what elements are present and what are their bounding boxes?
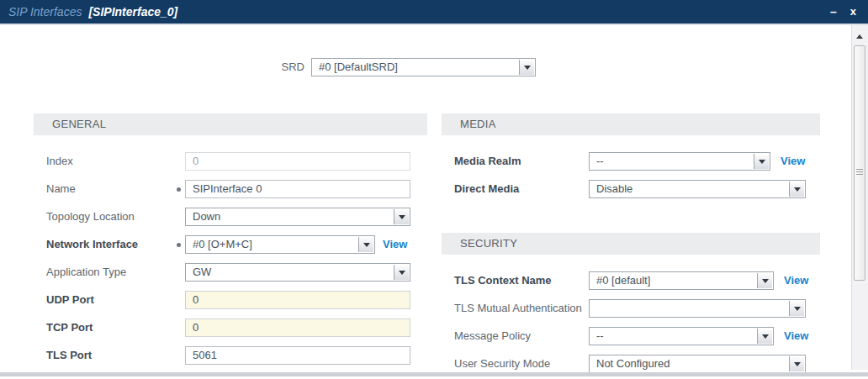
view-link-tls-context[interactable]: View	[784, 271, 808, 290]
srd-label: SRD	[278, 58, 304, 76]
application-type-value: GW	[193, 266, 211, 278]
udp-port-label: UDP Port	[46, 291, 181, 309]
user-security-mode-select[interactable]: Not Configured	[589, 355, 806, 373]
dropdown-arrow-icon[interactable]	[394, 265, 409, 280]
scrollbar-grip-icon	[856, 169, 863, 176]
network-interface-select[interactable]: #0 [O+M+C]	[185, 235, 375, 254]
srd-select[interactable]: #0 [DefaultSRD]	[311, 58, 536, 76]
tls-context-name-label: TLS Context Name	[454, 271, 587, 290]
minimize-button[interactable]: –	[830, 6, 837, 18]
message-policy-select[interactable]: --	[589, 327, 774, 345]
view-link-message-policy[interactable]: View	[784, 327, 808, 345]
media-realm-select[interactable]: --	[589, 152, 770, 171]
vertical-scrollbar[interactable]	[851, 25, 868, 370]
tls-context-name-select[interactable]: #0 [default]	[589, 271, 774, 290]
application-type-label: Application Type	[46, 263, 181, 282]
media-realm-label: Media Realm	[454, 152, 587, 171]
window-controls: – x	[830, 6, 860, 18]
tls-mutual-authentication-select[interactable]	[589, 299, 806, 318]
index-label: Index	[46, 152, 172, 171]
tls-context-name-value: #0 [default]	[596, 274, 650, 287]
dropdown-arrow-icon[interactable]	[789, 356, 804, 371]
close-button[interactable]: x	[850, 6, 856, 18]
dialog-title: SIP Interfaces	[8, 5, 82, 18]
tls-port-label: TLS Port	[46, 346, 181, 365]
index-field: 0	[185, 152, 410, 171]
direct-media-label: Direct Media	[454, 180, 587, 198]
name-field[interactable]: SIPInterface 0	[185, 180, 410, 198]
sip-interface-dialog: SIP Interfaces [SIPInterface_0] – x SRD …	[0, 0, 868, 379]
dropdown-arrow-icon[interactable]	[519, 60, 534, 75]
name-label: Name	[46, 180, 172, 198]
dropdown-arrow-icon[interactable]	[394, 209, 409, 224]
modified-indicator-dot	[177, 187, 181, 192]
tls-mutual-authentication-label: TLS Mutual Authentication	[454, 299, 587, 318]
dropdown-arrow-icon[interactable]	[789, 182, 804, 197]
view-link-media-realm[interactable]: View	[781, 152, 805, 171]
dropdown-arrow-icon[interactable]	[358, 237, 373, 252]
scrollbar-thumb[interactable]	[854, 45, 865, 281]
direct-media-value: Disable	[596, 182, 632, 195]
topology-location-value: Down	[193, 210, 220, 223]
dropdown-arrow-icon[interactable]	[757, 273, 772, 288]
view-link-network-interface[interactable]: View	[383, 235, 407, 254]
dropdown-arrow-icon[interactable]	[757, 329, 772, 344]
dialog-titlebar: SIP Interfaces [SIPInterface_0] – x	[0, 0, 868, 25]
modified-indicator-dot	[177, 243, 181, 247]
section-header-security: SECURITY	[442, 233, 820, 255]
dropdown-arrow-icon[interactable]	[789, 301, 804, 316]
network-interface-label: Network Interface	[46, 235, 181, 254]
section-header-media: MEDIA	[442, 113, 820, 135]
dropdown-arrow-icon[interactable]	[754, 154, 769, 169]
srd-selected-value: #0 [DefaultSRD]	[319, 61, 398, 73]
tcp-port-field[interactable]: 0	[185, 318, 410, 337]
message-policy-label: Message Policy	[454, 327, 587, 345]
message-policy-value: --	[596, 329, 604, 342]
topology-location-select[interactable]: Down	[185, 208, 410, 226]
dialog-subtitle: [SIPInterface_0]	[88, 5, 177, 18]
tcp-port-label: TCP Port	[46, 318, 181, 337]
user-security-mode-value: Not Configured	[596, 357, 670, 370]
media-realm-value: --	[596, 155, 604, 167]
application-type-select[interactable]: GW	[185, 263, 410, 282]
section-header-general: GENERAL	[34, 113, 427, 135]
tls-port-field[interactable]: 5061	[185, 346, 410, 365]
udp-port-field[interactable]: 0	[185, 291, 410, 309]
direct-media-select[interactable]: Disable	[589, 180, 806, 198]
bottom-separator	[0, 372, 868, 376]
network-interface-value: #0 [O+M+C]	[193, 238, 252, 250]
scroll-up-arrow-icon[interactable]	[853, 30, 866, 42]
topology-location-label: Topology Location	[46, 208, 181, 226]
user-security-mode-label: User Security Mode	[454, 355, 587, 373]
